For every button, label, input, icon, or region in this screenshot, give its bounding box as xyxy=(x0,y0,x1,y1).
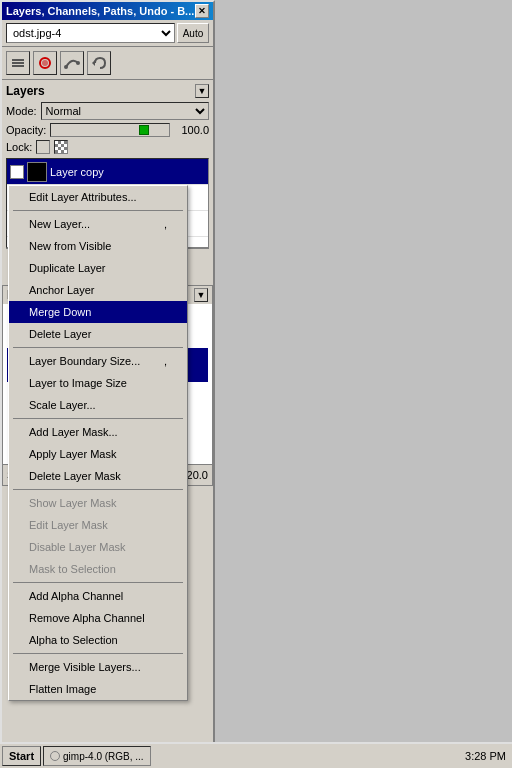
menu-item-disable-layer-mask: Disable Layer Mask xyxy=(9,536,187,558)
menu-item-layer-boundary-size[interactable]: Layer Boundary Size... , xyxy=(9,350,187,372)
mode-row: Mode: Normal xyxy=(6,102,209,120)
layer-thumbnail xyxy=(27,162,47,182)
menu-item-remove-alpha-channel[interactable]: Remove Alpha Channel xyxy=(9,607,187,629)
menu-separator xyxy=(13,347,183,348)
menu-item-merge-down[interactable]: Merge Down xyxy=(9,301,187,323)
menu-item-anchor-layer[interactable]: Anchor Layer xyxy=(9,279,187,301)
menu-item-edit-attributes[interactable]: Edit Layer Attributes... xyxy=(9,186,187,208)
menu-item-label: Merge Down xyxy=(29,306,91,318)
undo-icon xyxy=(91,55,107,71)
svg-rect-0 xyxy=(12,59,24,61)
menu-item-label: New Layer... xyxy=(29,218,90,230)
menu-item-label: Alpha to Selection xyxy=(29,634,118,646)
lock-label: Lock: xyxy=(6,141,32,153)
layers-icon xyxy=(10,55,26,71)
menu-item-label: Mask to Selection xyxy=(29,563,116,575)
menu-separator xyxy=(13,582,183,583)
menu-separator xyxy=(13,418,183,419)
mode-select[interactable]: Normal xyxy=(41,102,209,120)
paths-icon xyxy=(64,55,80,71)
menu-item-label: Show Layer Mask xyxy=(29,497,116,509)
opacity-row: Opacity: 100.0 xyxy=(6,123,209,137)
auto-button[interactable]: Auto xyxy=(177,23,209,43)
menu-item-label: Layer Boundary Size... xyxy=(29,355,140,367)
lock-alpha-checkbox[interactable] xyxy=(54,140,68,154)
menu-item-label: New from Visible xyxy=(29,240,111,252)
menu-item-label: Remove Alpha Channel xyxy=(29,612,145,624)
menu-item-show-layer-mask: Show Layer Mask xyxy=(9,492,187,514)
menu-item-label: Merge Visible Layers... xyxy=(29,661,141,673)
start-button[interactable]: Start xyxy=(2,746,41,766)
menu-separator xyxy=(13,653,183,654)
close-button[interactable]: ✕ xyxy=(195,4,209,18)
layers-title: Layers xyxy=(6,84,45,98)
taskbar-item-icon xyxy=(50,751,60,761)
menu-item-new-from-visible[interactable]: New from Visible xyxy=(9,235,187,257)
menu-item-delete-layer-mask[interactable]: Delete Layer Mask xyxy=(9,465,187,487)
layer-name: Layer copy xyxy=(50,166,205,178)
channels-icon xyxy=(37,55,53,71)
menu-item-label: Edit Layer Mask xyxy=(29,519,108,531)
menu-item-shortcut: , xyxy=(164,218,167,230)
brushes-collapse-button[interactable]: ▼ xyxy=(194,288,208,302)
image-dropdown[interactable]: odst.jpg-4 xyxy=(6,23,175,43)
menu-item-label: Apply Layer Mask xyxy=(29,448,116,460)
menu-item-label: Layer to Image Size xyxy=(29,377,127,389)
clock: 3:28 PM xyxy=(465,750,506,762)
menu-item-label: Delete Layer xyxy=(29,328,91,340)
menu-item-add-alpha-channel[interactable]: Add Alpha Channel xyxy=(9,585,187,607)
svg-rect-1 xyxy=(12,62,24,64)
menu-item-apply-layer-mask[interactable]: Apply Layer Mask xyxy=(9,443,187,465)
menu-separator xyxy=(13,210,183,211)
svg-point-5 xyxy=(64,65,68,69)
menu-item-shortcut: , xyxy=(164,355,167,367)
paths-icon-btn[interactable] xyxy=(60,51,84,75)
menu-item-flatten-image[interactable]: Flatten Image xyxy=(9,678,187,700)
svg-point-6 xyxy=(76,61,80,65)
svg-point-4 xyxy=(42,60,48,66)
icon-toolbar xyxy=(2,47,213,80)
menu-item-label: Add Alpha Channel xyxy=(29,590,123,602)
menu-item-label: Edit Layer Attributes... xyxy=(29,191,137,203)
layer-visibility-icon[interactable]: 👁 xyxy=(10,165,24,179)
taskbar-right: 3:28 PM xyxy=(465,750,510,762)
channels-icon-btn[interactable] xyxy=(33,51,57,75)
toolbar-row: odst.jpg-4 Auto xyxy=(2,20,213,47)
undo-icon-btn[interactable] xyxy=(87,51,111,75)
menu-item-layer-to-image-size[interactable]: Layer to Image Size xyxy=(9,372,187,394)
taskbar-item-gimp[interactable]: gimp-4.0 (RGB, ... xyxy=(43,746,151,766)
panel-collapse-button[interactable]: ▼ xyxy=(195,84,209,98)
menu-item-label: Scale Layer... xyxy=(29,399,96,411)
svg-rect-2 xyxy=(12,65,24,67)
opacity-label: Opacity: xyxy=(6,124,46,136)
panel-title-row: Layers ▼ xyxy=(6,84,209,98)
menu-item-alpha-to-selection[interactable]: Alpha to Selection xyxy=(9,629,187,651)
menu-item-label: Delete Layer Mask xyxy=(29,470,121,482)
opacity-slider[interactable] xyxy=(50,123,170,137)
layer-item[interactable]: 👁 Layer copy xyxy=(7,159,208,185)
menu-item-label: Disable Layer Mask xyxy=(29,541,126,553)
title-bar-text: Layers, Channels, Paths, Undo - B... xyxy=(6,5,194,17)
start-label: Start xyxy=(9,750,34,762)
menu-item-add-layer-mask[interactable]: Add Layer Mask... xyxy=(9,421,187,443)
menu-item-new-layer[interactable]: New Layer... , xyxy=(9,213,187,235)
menu-item-label: Add Layer Mask... xyxy=(29,426,118,438)
lock-row: Lock: xyxy=(6,140,209,154)
menu-item-label: Flatten Image xyxy=(29,683,96,695)
menu-separator xyxy=(13,489,183,490)
menu-item-label: Anchor Layer xyxy=(29,284,94,296)
title-bar: Layers, Channels, Paths, Undo - B... ✕ xyxy=(2,2,213,20)
opacity-value: 100.0 xyxy=(174,124,209,136)
menu-item-edit-layer-mask: Edit Layer Mask xyxy=(9,514,187,536)
lock-pixels-checkbox[interactable] xyxy=(36,140,50,154)
menu-item-duplicate-layer[interactable]: Duplicate Layer xyxy=(9,257,187,279)
context-menu: Edit Layer Attributes... New Layer... , … xyxy=(8,185,188,701)
svg-marker-7 xyxy=(92,60,95,66)
menu-item-delete-layer[interactable]: Delete Layer xyxy=(9,323,187,345)
menu-item-mask-to-selection: Mask to Selection xyxy=(9,558,187,580)
mode-label: Mode: xyxy=(6,105,37,117)
menu-item-scale-layer[interactable]: Scale Layer... xyxy=(9,394,187,416)
layers-icon-btn[interactable] xyxy=(6,51,30,75)
taskbar: Start gimp-4.0 (RGB, ... 3:28 PM xyxy=(0,742,512,768)
menu-item-merge-visible-layers[interactable]: Merge Visible Layers... xyxy=(9,656,187,678)
